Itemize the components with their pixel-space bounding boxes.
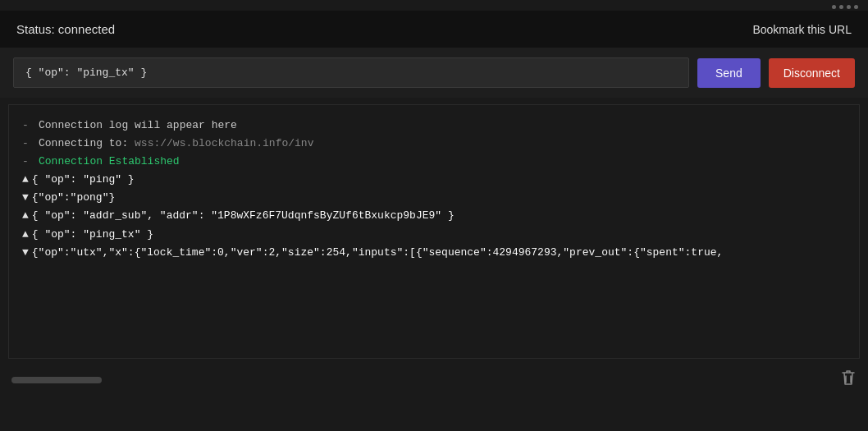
input-row: Send Disconnect (0, 48, 868, 98)
log-prefix-3: - (22, 153, 35, 171)
log-arrow-up-7: ▲ (22, 226, 29, 244)
dot-1 (832, 5, 836, 9)
message-input[interactable] (13, 57, 689, 88)
log-text-3: Connection Established (39, 153, 180, 171)
trash-icon[interactable] (840, 369, 857, 391)
log-line-1: - Connection log will appear here (22, 117, 846, 135)
log-line-5: ▼ {"op":"pong"} (22, 189, 846, 207)
disconnect-button[interactable]: Disconnect (769, 58, 855, 88)
log-container[interactable]: - Connection log will appear here - Conn… (8, 104, 860, 359)
log-line-2: - Connecting to: wss://ws.blockchain.inf… (22, 135, 846, 153)
log-url: wss://ws.blockchain.info/inv (135, 137, 313, 149)
log-line-7: ▲ { "op": "ping_tx" } (22, 226, 846, 244)
header-bar: Status: connected Bookmark this URL (0, 11, 868, 48)
log-line-4: ▲ { "op": "ping" } (22, 171, 846, 189)
log-text-5: {"op":"pong"} (32, 189, 115, 207)
log-text-1: Connection log will appear here (39, 117, 237, 135)
log-text-2: Connecting to: wss://ws.blockchain.info/… (39, 135, 313, 153)
log-text-7: { "op": "ping_tx" } (32, 226, 153, 244)
bookmark-link[interactable]: Bookmark this URL (752, 23, 852, 36)
log-arrow-up-6: ▲ (22, 207, 29, 225)
log-text-4: { "op": "ping" } (32, 171, 135, 189)
dot-4 (854, 5, 858, 9)
log-line-3: - Connection Established (22, 153, 846, 171)
log-prefix-1: - (22, 117, 35, 135)
log-prefix-2: - (22, 135, 35, 153)
top-dots-bar (0, 0, 868, 11)
log-arrow-down-5: ▼ (22, 189, 29, 207)
log-text-6: { "op": "addr_sub", "addr": "1P8wXFz6F7U… (32, 207, 455, 225)
send-button[interactable]: Send (697, 58, 761, 88)
log-line-6: ▲ { "op": "addr_sub", "addr": "1P8wXFz6F… (22, 207, 846, 225)
log-arrow-down-8: ▼ (22, 244, 29, 262)
status-text: Status: connected (16, 22, 115, 36)
log-text-8: {"op":"utx","x":{"lock_time":0,"ver":2,"… (32, 244, 724, 262)
log-arrow-up-4: ▲ (22, 171, 29, 189)
log-bottom-bar (0, 365, 868, 396)
scroll-indicator[interactable] (11, 377, 102, 383)
log-line-8: ▼ {"op":"utx","x":{"lock_time":0,"ver":2… (22, 244, 846, 262)
dot-3 (847, 5, 851, 9)
dot-2 (839, 5, 843, 9)
